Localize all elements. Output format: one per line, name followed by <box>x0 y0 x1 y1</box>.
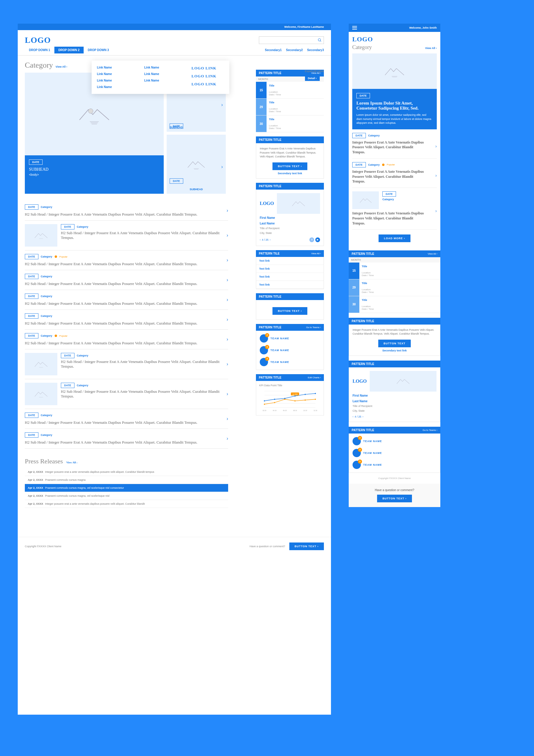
m-list-item[interactable]: DATECategory Integer Posuere Erat A Ante… <box>352 188 437 230</box>
cta1-secondary[interactable]: Secondary text link <box>260 172 320 175</box>
list-item[interactable]: DATECategoryH2 Sub Head / Integer Posuer… <box>25 409 228 429</box>
list-item[interactable]: DATECategoryH2 Sub Head / Integer Posuer… <box>25 290 228 310</box>
kpi-chart: KPI Data Point Title 14,50002.1904.1906.… <box>256 381 324 416</box>
list-item[interactable]: DATECategoryH2 Sub Head / Integer Posuer… <box>25 310 228 330</box>
mega-link[interactable]: Link Name <box>97 72 129 76</box>
secondary-nav-2[interactable]: Secondary2 <box>286 48 303 52</box>
mega-logo-link[interactable]: LOGO LINK <box>191 82 224 87</box>
team-row[interactable]: 3TEAM NAME <box>351 459 438 471</box>
team-row[interactable]: 3TEAM NAME <box>351 447 438 459</box>
search-input[interactable] <box>259 36 324 44</box>
press-item[interactable]: Apr 2, XXXX Praesent commodo cursus magn… <box>25 484 228 492</box>
cta2-button[interactable]: BUTTON TEXT › <box>272 307 307 315</box>
user-bar: Welcome, FirstName LastName <box>18 24 331 30</box>
press-item[interactable]: Apr 2, XXXX Integer posuere erat a ante … <box>25 500 228 508</box>
pager-prev[interactable]: ‹ <box>260 238 261 241</box>
team-row[interactable]: 2TEAM NAME <box>351 435 438 447</box>
list-item[interactable]: DATECategoryH2 Sub Head / Integer Posuer… <box>25 270 228 290</box>
m-list-item[interactable]: DATECategoryPopular Integer Posuere Erat… <box>352 159 437 188</box>
sidebar-text-link[interactable]: Text link <box>256 273 323 281</box>
calendar-item[interactable]: 15TitleLocationDate / Time <box>349 262 440 279</box>
press-date: Apr 2, XXXX <box>28 471 43 473</box>
list-item[interactable]: DATECategoryH2 Sub Head / Integer Posuer… <box>25 221 228 251</box>
m-footer-button[interactable]: BUTTON TEXT › <box>377 495 412 502</box>
secondary-nav-1[interactable]: Secondary1 <box>265 48 282 52</box>
chevron-right-icon: › <box>227 337 228 342</box>
mega-link[interactable]: Link Name <box>97 85 129 89</box>
m-cta1-secondary[interactable]: Secondary text link <box>352 349 436 352</box>
m-view-all[interactable]: View All › <box>425 47 437 50</box>
pager-next[interactable]: › <box>270 238 271 241</box>
press-item[interactable]: Apr 2, XXXX Integer posuere erat a ante … <box>25 468 228 476</box>
play-icon[interactable]: ▶ <box>315 237 320 242</box>
sidebar-text-link[interactable]: Text link <box>256 265 323 273</box>
item-title: H2 Sub Head / Integer Posuere Erat A Ant… <box>25 212 208 217</box>
mid-card-2[interactable]: DATE SUBHEAD › <box>167 135 226 194</box>
m-logo[interactable]: LOGO <box>352 36 437 43</box>
team-row[interactable]: 2TEAM NAME <box>258 333 322 344</box>
calendar-item-meta: LocationDate / Time <box>269 124 322 130</box>
mega-col-3: LOGO LINK LOGO LINK LOGO LINK <box>191 66 224 89</box>
list-item[interactable]: DATECategoryH2 Sub Head / Integer Posuer… <box>25 429 228 448</box>
team-avatar-icon: 3 <box>352 449 361 457</box>
sidebar-text-link[interactable]: Text link <box>256 281 323 289</box>
logo[interactable]: LOGO <box>25 36 51 45</box>
header: LOGO <box>18 30 331 47</box>
calendar-item[interactable]: 30TitleLocationDate / Time <box>349 296 440 313</box>
date-tag: DATE <box>352 133 366 138</box>
cta1-button[interactable]: BUTTON TEXT › <box>272 162 307 170</box>
team-row[interactable]: 3TEAM NAME <box>258 344 322 356</box>
m-teams-go[interactable]: Go to Teams › <box>423 429 437 431</box>
mega-link[interactable]: Link Name <box>97 66 129 69</box>
footer-button[interactable]: BUTTON TEXT › <box>289 543 324 550</box>
m-cta1-button[interactable]: BUTTON TEXT <box>378 339 411 347</box>
m-cal-view-all[interactable]: View All › <box>428 253 437 255</box>
teams-go[interactable]: Go to Teams › <box>306 326 321 329</box>
load-more-button[interactable]: LOAD MORE › <box>379 234 410 242</box>
team-row[interactable]: 3TEAM NAME <box>258 356 322 368</box>
m-pager-prev[interactable]: ‹ <box>352 415 353 418</box>
list-item[interactable]: DATECategoryPopularH2 Sub Head / Integer… <box>25 251 228 270</box>
m-hero[interactable]: DATE Lorem Ipsum Dolor Sit Amet, Consete… <box>352 89 437 129</box>
pause-icon[interactable]: ⏸ <box>309 237 314 242</box>
calendar-item[interactable]: 29TitleLocationDate / Time <box>349 279 440 296</box>
m-pager-next[interactable]: › <box>363 415 363 418</box>
m-copyright: Copyright ©XXXX Client Name <box>349 473 440 484</box>
nav-dropdown-1[interactable]: DROP DOWN 1 <box>25 47 54 53</box>
calendar-item[interactable]: 29TitleLocationDate / Time <box>256 99 324 116</box>
mega-link[interactable]: Link Name <box>97 79 129 82</box>
list-item[interactable]: DATECategoryH2 Sub Head / Integer Posuer… <box>25 201 228 221</box>
item-title: H2 Sub Head / Integer Posuere Erat A Ant… <box>25 420 208 425</box>
nav-dropdown-2[interactable]: DROP DOWN 2 <box>54 47 84 53</box>
svg-point-17 <box>274 399 275 400</box>
nav-dropdown-3[interactable]: DROP DOWN 3 <box>84 47 113 53</box>
kpi-edit[interactable]: Edit Charts › <box>308 376 321 379</box>
press-item[interactable]: Apr 2, XXXX Praesent commodo cursus magn… <box>25 476 228 484</box>
mega-logo-link[interactable]: LOGO LINK <box>191 66 224 70</box>
secondary-nav-3[interactable]: Secondary3 <box>307 48 324 52</box>
linklist-view-all[interactable]: View All › <box>311 252 321 255</box>
list-item[interactable]: DATECategoryH2 Sub Head / Integer Posuer… <box>25 379 228 409</box>
mega-link[interactable]: Link Name <box>144 66 177 69</box>
calendar-item[interactable]: 15TitleLocationDate / Time <box>256 82 324 99</box>
list-item[interactable]: DATECategoryPopularH2 Sub Head / Integer… <box>25 330 228 349</box>
lang-en[interactable]: |English <box>314 70 324 73</box>
team-name: TEAM NAME <box>270 349 289 352</box>
press-view-all[interactable]: View All › <box>66 461 77 464</box>
date-tag: DATE <box>25 413 39 418</box>
mega-link[interactable]: Link Name <box>144 72 177 76</box>
list-item[interactable]: DATECategoryH2 Sub Head / Integer Posuer… <box>25 349 228 379</box>
view-all-link[interactable]: View All › <box>56 65 68 68</box>
press-text: Integer posuere erat a ante venenatis da… <box>45 502 145 505</box>
detail-button[interactable]: Detail › <box>305 76 320 81</box>
chevron-right-icon: › <box>227 391 228 397</box>
mega-logo-link[interactable]: LOGO LINK <box>191 74 224 79</box>
lang-es[interactable]: Español <box>305 70 315 73</box>
hamburger-icon[interactable] <box>352 26 357 30</box>
sidebar-text-link[interactable]: Text link <box>256 257 323 265</box>
item-title: H2 Sub Head / Integer Posuere Erat A Ant… <box>61 230 228 240</box>
mega-link[interactable]: Link Name <box>144 79 177 82</box>
m-list-item[interactable]: DATECategory Integer Posuere Erat A Ante… <box>352 129 437 159</box>
press-item[interactable]: Apr 2, XXXX Praesent commodo cursus magn… <box>25 492 228 500</box>
calendar-item[interactable]: 30TitleLocationDate / Time <box>256 116 324 132</box>
